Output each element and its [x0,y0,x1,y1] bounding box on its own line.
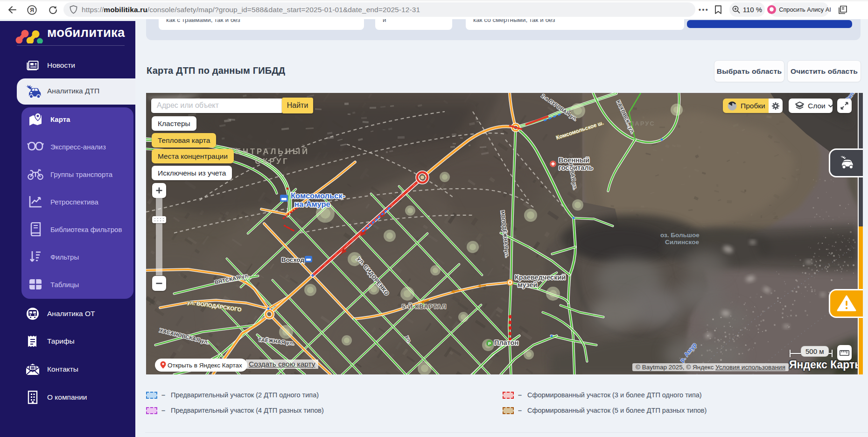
svg-text:Краеведческий: Краеведческий [515,274,566,281]
svg-text:Военный: Военный [559,156,589,164]
svg-text:музей: музей [518,281,537,289]
svg-text:ОКРУГ: ОКРУГ [255,157,289,165]
svg-text:ЦЕНТРАЛЬНЫЙ: ЦЕНТРАЛЬНЫЙ [228,147,309,155]
svg-text:госпиталь: госпиталь [559,164,593,171]
svg-text:Силинское: Силинское [665,239,699,246]
svg-text:Я: Я [30,7,34,14]
svg-text:5-Й КВАРТАЛ: 5-Й КВАРТАЛ [402,303,447,310]
svg-text:P: P [488,341,491,346]
svg-text:Восход: Восход [281,256,304,263]
svg-text:Платон: Платон [494,339,518,346]
svg-text:оз. Большое: оз. Большое [660,232,700,239]
svg-text:на-Амуре: на-Амуре [294,200,330,208]
svg-text:Комсомольск-: Комсомольск- [291,191,345,200]
